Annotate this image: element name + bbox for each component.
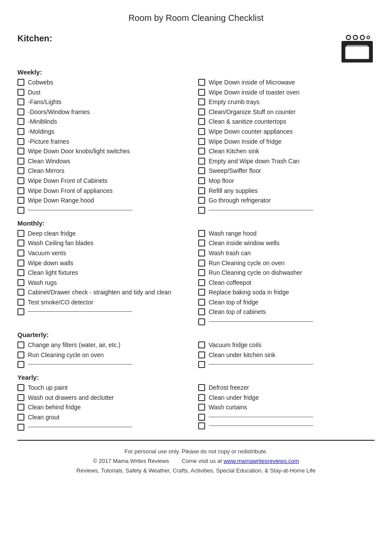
checkbox[interactable] — [17, 158, 24, 165]
checkbox[interactable] — [198, 79, 205, 86]
list-item: Dust — [17, 88, 194, 97]
blank-line — [17, 206, 194, 214]
list-item: Clean behind fridge — [17, 403, 194, 412]
checkbox[interactable] — [17, 118, 24, 125]
svg-point-3 — [353, 35, 358, 40]
checkbox[interactable] — [17, 230, 24, 237]
checkbox[interactable] — [198, 384, 205, 391]
yearly-section: Yearly: Touch up paint Wash out drawers … — [17, 374, 375, 432]
yearly-label: Yearly: — [17, 374, 375, 381]
list-item: Clean/Organize Stuff on counter — [198, 108, 375, 117]
checkbox[interactable] — [198, 158, 205, 165]
checkbox[interactable] — [17, 351, 24, 358]
list-item: Vacuum vents — [17, 249, 194, 258]
list-item: -Miniblinds — [17, 118, 194, 126]
checkbox[interactable] — [198, 318, 205, 325]
checkbox[interactable] — [198, 404, 205, 411]
checkbox[interactable] — [198, 187, 205, 194]
checkbox[interactable] — [198, 128, 205, 135]
checkbox[interactable] — [17, 207, 24, 214]
checkbox[interactable] — [198, 269, 205, 276]
list-item: Wash out drawers and declutter — [17, 394, 194, 402]
svg-rect-1 — [345, 46, 369, 59]
checkbox[interactable] — [198, 250, 205, 256]
checkbox[interactable] — [17, 299, 24, 306]
checkbox[interactable] — [17, 167, 24, 174]
checkbox[interactable] — [17, 424, 24, 431]
list-item: -Moldings — [17, 128, 194, 136]
checkbox[interactable] — [17, 240, 24, 246]
checkbox[interactable] — [198, 177, 205, 184]
checkbox[interactable] — [17, 148, 24, 155]
checkbox[interactable] — [17, 260, 24, 267]
svg-point-5 — [367, 36, 369, 39]
checkbox[interactable] — [198, 422, 205, 429]
list-item: Wipe Down inside of Microwave — [198, 78, 375, 87]
list-item: -Doors/Window frames — [17, 108, 194, 117]
checkbox[interactable] — [198, 148, 205, 155]
footer: For personal use only. Please do not cop… — [17, 447, 375, 476]
blank-line — [198, 422, 375, 429]
checkbox[interactable] — [198, 260, 205, 267]
checkbox[interactable] — [198, 240, 205, 246]
monthly-right-col: Wash range hood Clean inside window well… — [194, 230, 375, 327]
weekly-label: Weekly: — [17, 68, 375, 76]
checkbox[interactable] — [17, 308, 24, 315]
list-item: Wash trash can — [198, 249, 375, 258]
list-item: Run Cleaning cycle on oven — [17, 351, 194, 360]
checkbox[interactable] — [198, 89, 205, 96]
checkbox[interactable] — [17, 361, 24, 368]
checkbox[interactable] — [198, 414, 205, 421]
checkbox[interactable] — [198, 167, 205, 174]
checkbox[interactable] — [17, 394, 24, 401]
checkbox[interactable] — [17, 384, 24, 391]
page-title: Room by Room Cleaning Checklist — [17, 13, 375, 23]
checkbox[interactable] — [198, 108, 205, 115]
checkbox[interactable] — [198, 207, 205, 214]
checkbox[interactable] — [17, 128, 24, 135]
checkbox[interactable] — [198, 118, 205, 125]
checkbox[interactable] — [198, 138, 205, 145]
checkbox[interactable] — [17, 404, 24, 411]
checkbox[interactable] — [17, 79, 24, 86]
checkbox[interactable] — [198, 394, 205, 401]
list-item: Wipe Down Inside of fridge — [198, 138, 375, 146]
list-item: Refill any supplies — [198, 187, 375, 196]
checkbox[interactable] — [198, 308, 205, 315]
weekly-left-col: Cobwebs Dust -Fans/Lights -Doors/Window … — [17, 78, 194, 215]
list-item: Wash curtains — [198, 403, 375, 412]
checkbox[interactable] — [198, 361, 205, 368]
quarterly-section: Quarterly: Change any filters (water, ai… — [17, 331, 375, 369]
checkbox[interactable] — [17, 341, 24, 348]
checkbox[interactable] — [198, 341, 205, 348]
checkbox[interactable] — [17, 89, 24, 96]
checkbox[interactable] — [198, 197, 205, 204]
checkbox[interactable] — [17, 138, 24, 145]
checkbox[interactable] — [198, 289, 205, 296]
footer-link[interactable]: www.mamawritesreviews.com — [223, 458, 299, 464]
checkbox[interactable] — [198, 230, 205, 237]
list-item: Mop floor — [198, 177, 375, 186]
checkbox[interactable] — [198, 98, 205, 105]
checkbox[interactable] — [17, 269, 24, 276]
list-item: Clean Windows — [17, 157, 194, 166]
checkbox[interactable] — [17, 414, 24, 421]
list-item: Test smoke/CO detector — [17, 298, 194, 307]
checkbox[interactable] — [17, 177, 24, 184]
checkbox[interactable] — [17, 197, 24, 204]
checkbox[interactable] — [198, 279, 205, 286]
list-item: Wash rugs — [17, 279, 194, 287]
checkbox[interactable] — [17, 279, 24, 286]
list-item: Replace baking soda in fridge — [198, 288, 375, 297]
checkbox[interactable] — [198, 351, 205, 358]
checkbox[interactable] — [17, 98, 24, 105]
list-item: Clean under kitchen sink — [198, 351, 375, 360]
checkbox[interactable] — [198, 299, 205, 306]
checkbox[interactable] — [17, 187, 24, 194]
checkbox[interactable] — [17, 108, 24, 115]
checkbox[interactable] — [17, 289, 24, 296]
list-item: Clean under fridge — [198, 394, 375, 402]
monthly-section: Monthly: Deep clean fridge Wash Ceiling … — [17, 219, 375, 327]
checkbox[interactable] — [17, 250, 24, 256]
footer-visit-text: Come visit us at — [182, 458, 223, 464]
